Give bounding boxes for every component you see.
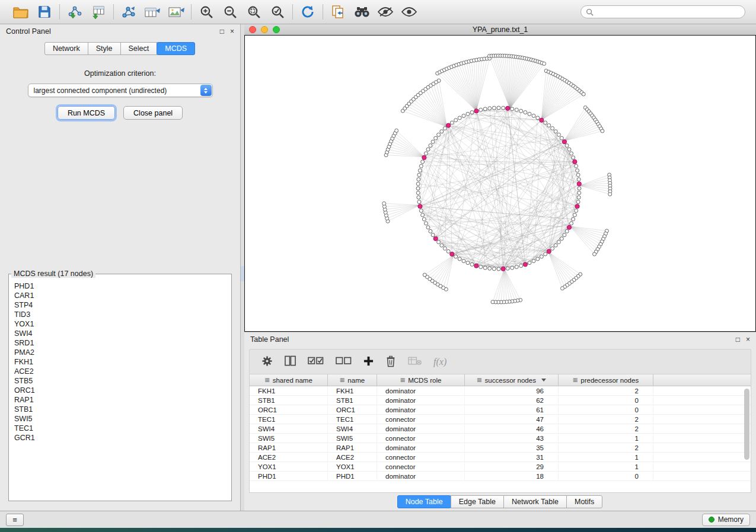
table-row[interactable]: ORC1ORC1dominator610 — [250, 405, 751, 415]
add-column-icon[interactable] — [363, 356, 374, 368]
panel-splitter[interactable] — [241, 24, 244, 511]
table-settings-gear-icon[interactable] — [261, 355, 273, 368]
table-scrollbar[interactable] — [744, 389, 749, 460]
eye-icon[interactable] — [400, 3, 418, 21]
table-row[interactable]: YOX1YOX1connector291 — [250, 462, 751, 472]
delete-column-icon[interactable] — [385, 355, 396, 369]
mcds-result-item[interactable]: ACE2 — [14, 367, 226, 376]
tab-network-table[interactable]: Network Table — [503, 495, 567, 508]
table-tabs: Node TableEdge TableNetwork TableMotifs — [244, 493, 756, 511]
table-row[interactable]: PHD1PHD1dominator180 — [250, 472, 751, 481]
zoom-in-icon[interactable] — [197, 3, 215, 21]
control-panel-title: Control Panel — [6, 27, 51, 36]
open-folder-icon[interactable] — [12, 3, 30, 21]
mcds-result-item[interactable]: ORC1 — [14, 386, 226, 395]
network-graph[interactable] — [245, 36, 755, 331]
mcds-result-item[interactable]: PHD1 — [14, 281, 226, 291]
status-menu-icon[interactable]: ≡ — [6, 514, 24, 526]
tab-select[interactable]: Select — [120, 42, 158, 55]
table-row[interactable]: STB1STB1dominator620 — [250, 396, 751, 405]
table-cell: 46 — [465, 424, 559, 434]
close-table-panel-icon[interactable]: × — [746, 336, 750, 343]
memory-button[interactable]: Memory — [702, 514, 750, 526]
binoculars-icon[interactable] — [353, 3, 371, 21]
tab-edge-table[interactable]: Edge Table — [451, 495, 504, 508]
memory-label: Memory — [718, 515, 744, 524]
tab-motifs[interactable]: Motifs — [566, 495, 602, 508]
annotate-eye-icon[interactable] — [377, 3, 394, 21]
table-cell: 1 — [559, 453, 653, 462]
tab-mcds[interactable]: MCDS — [157, 42, 195, 55]
column-header-shared-name[interactable]: ▦shared name — [250, 374, 328, 386]
column-header-successor-nodes[interactable]: ▦successor nodes — [465, 374, 559, 386]
table-cell: dominator — [377, 396, 465, 405]
table-cell: STB1 — [250, 396, 328, 405]
table-panel-titlebar: Table Panel □ × — [244, 332, 756, 347]
column-header-label: successor nodes — [485, 377, 536, 384]
table-row[interactable]: SWI4SWI4dominator462 — [250, 424, 751, 434]
mcds-result-item[interactable]: TID3 — [14, 310, 226, 319]
close-panel-icon[interactable]: × — [230, 28, 234, 35]
mcds-result-item[interactable]: FKH1 — [14, 357, 226, 367]
float-table-panel-icon[interactable]: □ — [736, 336, 740, 343]
column-header-predecessor-nodes[interactable]: ▦predecessor nodes — [559, 374, 653, 386]
table-cell: connector — [377, 434, 465, 443]
refresh-layout-icon[interactable] — [299, 3, 317, 21]
show-columns-icon[interactable] — [285, 355, 296, 368]
table-cell: connector — [377, 415, 465, 424]
mcds-result-item[interactable]: SWI4 — [14, 329, 226, 338]
table-cell: 0 — [559, 396, 653, 405]
mcds-result-item[interactable]: GCR1 — [14, 433, 226, 443]
table-cell: 35 — [465, 443, 559, 453]
main-toolbar — [0, 0, 756, 24]
export-image-icon[interactable] — [167, 3, 185, 21]
table-cell: dominator — [377, 424, 465, 434]
table-row[interactable]: ACE2ACE2connector311 — [250, 453, 751, 462]
table-cell: SWI5 — [250, 434, 328, 443]
mcds-result-item[interactable]: PMA2 — [14, 348, 226, 357]
tab-network[interactable]: Network — [44, 42, 88, 55]
zoom-selected-icon[interactable] — [269, 3, 286, 21]
status-bar: ≡ Memory — [0, 511, 756, 528]
close-panel-button[interactable]: Close panel — [123, 106, 183, 120]
table-cell: YOX1 — [250, 462, 328, 472]
deselect-all-icon[interactable] — [336, 357, 352, 367]
float-panel-icon[interactable]: □ — [220, 28, 224, 35]
mcds-result-item[interactable]: CAR1 — [14, 291, 226, 300]
column-header-MCDS-role[interactable]: ▦MCDS role — [377, 374, 465, 386]
table-row[interactable]: SWI5SWI5connector431 — [250, 434, 751, 443]
mcds-result-item[interactable]: STB1 — [14, 405, 226, 414]
splitter-handle-icon[interactable] — [241, 266, 244, 281]
column-header-name[interactable]: ▦name — [328, 374, 377, 386]
tab-style[interactable]: Style — [88, 42, 121, 55]
network-canvas[interactable] — [244, 35, 756, 332]
mcds-result-item[interactable]: STB5 — [14, 376, 226, 386]
mcds-result-item[interactable]: SWI5 — [14, 414, 226, 424]
table-row[interactable]: RAP1RAP1dominator352 — [250, 443, 751, 453]
mcds-result-item[interactable]: YOX1 — [14, 319, 226, 329]
column-grid-icon: ▦ — [400, 377, 406, 383]
copy-share-icon[interactable] — [329, 3, 347, 21]
export-table-icon[interactable] — [143, 3, 161, 21]
column-header-label: predecessor nodes — [580, 377, 639, 384]
zoom-out-icon[interactable] — [221, 3, 239, 21]
export-network-icon[interactable] — [120, 3, 138, 21]
sort-caret-icon[interactable] — [541, 379, 546, 382]
tab-node-table[interactable]: Node Table — [397, 495, 451, 508]
table-row[interactable]: FKH1FKH1dominator962 — [250, 386, 751, 396]
import-table-icon[interactable] — [90, 3, 107, 21]
run-mcds-button[interactable]: Run MCDS — [58, 106, 115, 120]
mcds-result-title: MCDS result (17 nodes) — [11, 270, 95, 278]
zoom-fit-icon[interactable] — [245, 3, 263, 21]
select-all-icon[interactable] — [308, 357, 324, 367]
save-session-icon[interactable] — [36, 3, 53, 21]
import-network-icon[interactable] — [66, 3, 84, 21]
mcds-result-item[interactable]: RAP1 — [14, 395, 226, 405]
search-input[interactable] — [596, 8, 740, 16]
column-grid-icon: ▦ — [573, 377, 578, 383]
mcds-result-item[interactable]: SRD1 — [14, 338, 226, 348]
criterion-select[interactable]: largest connected component (undirected) — [28, 84, 213, 97]
table-row[interactable]: TEC1TEC1connector472 — [250, 415, 751, 424]
mcds-result-item[interactable]: TEC1 — [14, 424, 226, 433]
mcds-result-item[interactable]: STP4 — [14, 300, 226, 310]
